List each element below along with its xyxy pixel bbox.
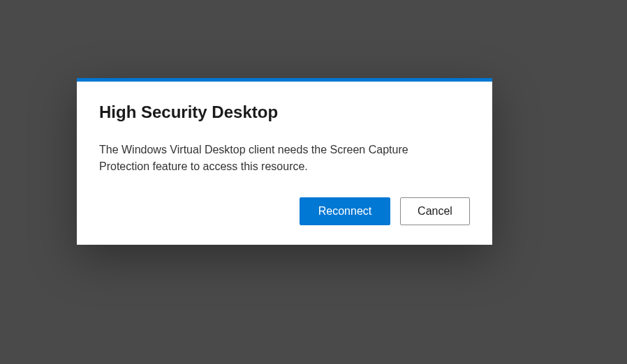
dialog-message: The Windows Virtual Desktop client needs…: [99, 142, 448, 175]
dialog-title: High Security Desktop: [99, 103, 470, 122]
security-dialog: High Security Desktop The Windows Virtua…: [77, 78, 492, 245]
reconnect-button[interactable]: Reconnect: [300, 197, 390, 225]
cancel-button[interactable]: Cancel: [400, 197, 470, 225]
dialog-actions: Reconnect Cancel: [99, 197, 470, 225]
